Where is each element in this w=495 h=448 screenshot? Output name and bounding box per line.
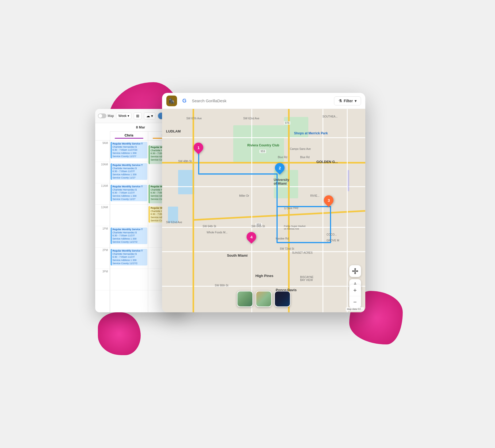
svg-point-1 bbox=[355, 268, 356, 269]
thumb-dark[interactable] bbox=[274, 291, 290, 307]
road-v-42nd bbox=[323, 109, 323, 312]
gorilladesk-logo[interactable]: 🦍 bbox=[166, 96, 177, 106]
map-pin-1[interactable]: 1 bbox=[194, 142, 203, 153]
filter-chevron-icon: ▾ bbox=[355, 99, 356, 103]
road-v-67th bbox=[193, 109, 194, 312]
water-area-2 bbox=[168, 207, 178, 223]
google-icon: G bbox=[180, 97, 189, 105]
svg-point-4 bbox=[352, 271, 354, 272]
filter-icon: ⚗ bbox=[339, 99, 342, 103]
road-v-granada bbox=[347, 109, 348, 312]
map-background: LUDLAM 976 959 Riviera Country Club SOUT… bbox=[162, 109, 365, 312]
scroll-bar bbox=[348, 170, 349, 191]
week-label: Week bbox=[118, 114, 126, 118]
chris-slot-11am: Regular Monthly Service T Charlotte Hern… bbox=[110, 183, 148, 205]
thumb-current[interactable] bbox=[237, 291, 253, 307]
green-area-merrick bbox=[284, 117, 308, 137]
zoom-out-button[interactable]: − bbox=[349, 296, 361, 308]
thumb-terrain[interactable] bbox=[256, 291, 272, 307]
map-pin-2[interactable]: 2 bbox=[275, 162, 285, 174]
person-name-chris: Chris bbox=[111, 133, 147, 137]
map-area[interactable]: LUDLAM 976 959 Riviera Country Club SOUT… bbox=[162, 109, 365, 312]
time-2pm: 2PM bbox=[95, 248, 110, 269]
event-chris-10am[interactable]: Regular Monthly Service T Charlotte Hern… bbox=[111, 163, 148, 180]
map-topbar: 🦍 G ⚗ Filter ▾ bbox=[162, 93, 365, 109]
blob-decoration-bl bbox=[98, 312, 141, 355]
time-3pm: 3PM bbox=[95, 269, 110, 290]
chris-slot-3pm bbox=[110, 269, 148, 290]
time-12am: 12AM bbox=[95, 205, 110, 226]
person-col-chris: Chris bbox=[110, 131, 148, 140]
event-chris-11am[interactable]: Regular Monthly Service T Charlotte Hern… bbox=[111, 185, 148, 201]
chris-slot-10am: Regular Monthly Service T Charlotte Hern… bbox=[110, 162, 148, 183]
network-btn[interactable] bbox=[349, 265, 361, 277]
chris-slot-2pm: Regular Monthly Service T Charlotte Hern… bbox=[110, 248, 148, 269]
scene: Map Week ▾ ⊞ ☁ ▾ 8 Mar Chris Dya bbox=[87, 77, 408, 371]
chris-column: Regular Monthly Service T Charlotte Hern… bbox=[110, 141, 148, 312]
time-10am: 10AM bbox=[95, 162, 110, 183]
green-area-country-club bbox=[233, 125, 284, 162]
svg-point-2 bbox=[357, 271, 358, 272]
time-gutter bbox=[95, 131, 110, 140]
search-input[interactable] bbox=[192, 96, 331, 106]
zoom-controls: + − bbox=[349, 284, 361, 308]
road-v-mid bbox=[251, 109, 252, 312]
event-chris-2pm[interactable]: Regular Monthly Service T Charlotte Hern… bbox=[111, 249, 148, 265]
road-v-62nd bbox=[288, 109, 290, 312]
map-attribution: Map data ©2... bbox=[346, 307, 364, 311]
time-9am: 9AM bbox=[95, 141, 110, 162]
map-window: 🦍 G ⚗ Filter ▾ bbox=[162, 93, 365, 312]
view-toggle-btn[interactable]: ⊞ bbox=[134, 112, 142, 119]
time-column: 9AM 10AM 11AM 12AM 1PM 2PM 3PM bbox=[95, 141, 110, 312]
map-pin-3[interactable]: 3 bbox=[324, 194, 333, 206]
week-selector[interactable]: Week ▾ bbox=[116, 113, 132, 119]
time-1pm: 1PM bbox=[95, 226, 110, 248]
map-style-thumbnails bbox=[237, 291, 290, 307]
week-chevron-icon: ▾ bbox=[128, 114, 129, 118]
zoom-in-button[interactable]: + bbox=[349, 284, 361, 296]
water-area-1 bbox=[178, 170, 194, 194]
toggle-switch[interactable] bbox=[98, 113, 106, 118]
event-chris-9am[interactable]: Regular Monthly Service T Charlotte Hern… bbox=[111, 142, 148, 158]
filter-button[interactable]: ⚗ Filter ▾ bbox=[334, 96, 361, 105]
filter-label: Filter bbox=[344, 99, 353, 103]
chris-slot-1pm: Regular Monthly Service T Charlotte Hern… bbox=[110, 226, 148, 248]
chris-slot-9am: Regular Monthly Service T Charlotte Hern… bbox=[110, 141, 148, 162]
chris-color-bar bbox=[115, 138, 143, 139]
time-11am: 11AM bbox=[95, 183, 110, 205]
green-area-campus bbox=[274, 170, 298, 198]
chris-slot-12am bbox=[110, 205, 148, 226]
svg-point-0 bbox=[354, 270, 356, 272]
map-pin-4[interactable]: 4 bbox=[247, 231, 256, 243]
map-toggle[interactable]: Map bbox=[98, 113, 114, 118]
map-toggle-label: Map bbox=[108, 114, 114, 118]
filter-btn[interactable]: ☁ ▾ bbox=[144, 112, 155, 119]
svg-point-3 bbox=[355, 273, 356, 274]
event-chris-1pm[interactable]: Regular Monthly Service T Charlotte Hern… bbox=[111, 227, 148, 244]
